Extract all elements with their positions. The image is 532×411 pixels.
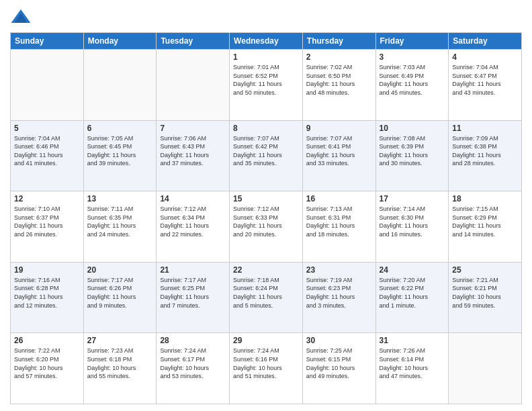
day-info: Sunrise: 7:15 AM Sunset: 6:29 PM Dayligh…: [452, 205, 518, 238]
day-info: Sunrise: 7:04 AM Sunset: 6:46 PM Dayligh…: [14, 134, 80, 168]
day-number: 24: [380, 265, 445, 275]
calendar-table: SundayMondayTuesdayWednesdayThursdayFrid…: [10, 32, 522, 404]
calendar-cell: 6Sunrise: 7:05 AM Sunset: 6:45 PM Daylig…: [83, 120, 157, 191]
day-info: Sunrise: 7:12 AM Sunset: 6:34 PM Dayligh…: [160, 205, 226, 238]
day-info: Sunrise: 7:24 AM Sunset: 6:16 PM Dayligh…: [233, 347, 299, 380]
calendar-cell: 5Sunrise: 7:04 AM Sunset: 6:46 PM Daylig…: [11, 120, 84, 191]
calendar-week-1: 5Sunrise: 7:04 AM Sunset: 6:46 PM Daylig…: [11, 120, 522, 191]
weekday-header-tuesday: Tuesday: [157, 33, 230, 50]
calendar-cell: 29Sunrise: 7:24 AM Sunset: 6:16 PM Dayli…: [230, 333, 303, 404]
day-info: Sunrise: 7:09 AM Sunset: 6:38 PM Dayligh…: [452, 134, 518, 168]
day-number: 7: [160, 124, 226, 133]
day-info: Sunrise: 7:12 AM Sunset: 6:33 PM Dayligh…: [233, 205, 299, 238]
calendar-cell: 16Sunrise: 7:13 AM Sunset: 6:31 PM Dayli…: [302, 191, 375, 263]
calendar-cell: 2Sunrise: 7:02 AM Sunset: 6:50 PM Daylig…: [302, 50, 375, 121]
day-number: 19: [14, 265, 80, 275]
day-number: 27: [87, 336, 153, 345]
day-number: 1: [233, 52, 299, 62]
day-number: 4: [452, 52, 518, 62]
weekday-header-sunday: Sunday: [11, 33, 84, 50]
calendar-cell: 11Sunrise: 7:09 AM Sunset: 6:38 PM Dayli…: [449, 120, 522, 191]
weekday-header-friday: Friday: [375, 33, 449, 50]
day-number: 18: [452, 194, 518, 203]
calendar-week-2: 12Sunrise: 7:10 AM Sunset: 6:37 PM Dayli…: [11, 191, 522, 263]
day-info: Sunrise: 7:06 AM Sunset: 6:43 PM Dayligh…: [160, 134, 226, 168]
weekday-header-wednesday: Wednesday: [230, 33, 303, 50]
calendar-cell: 17Sunrise: 7:14 AM Sunset: 6:30 PM Dayli…: [375, 191, 449, 263]
day-number: 12: [14, 194, 80, 203]
day-number: 5: [14, 124, 80, 133]
weekday-header-row: SundayMondayTuesdayWednesdayThursdayFrid…: [11, 33, 522, 50]
day-number: 30: [306, 336, 372, 345]
calendar-cell: 18Sunrise: 7:15 AM Sunset: 6:29 PM Dayli…: [449, 191, 522, 263]
day-number: 26: [14, 336, 80, 345]
calendar-cell: 26Sunrise: 7:22 AM Sunset: 6:20 PM Dayli…: [11, 333, 84, 404]
calendar-cell: 4Sunrise: 7:04 AM Sunset: 6:47 PM Daylig…: [449, 50, 522, 121]
calendar-cell: 23Sunrise: 7:19 AM Sunset: 6:23 PM Dayli…: [302, 262, 375, 333]
calendar-cell: [157, 50, 230, 121]
calendar-cell: 10Sunrise: 7:08 AM Sunset: 6:39 PM Dayli…: [375, 120, 449, 191]
day-info: Sunrise: 7:25 AM Sunset: 6:15 PM Dayligh…: [306, 347, 372, 380]
day-info: Sunrise: 7:14 AM Sunset: 6:30 PM Dayligh…: [380, 205, 445, 238]
calendar-cell: 25Sunrise: 7:21 AM Sunset: 6:21 PM Dayli…: [449, 262, 522, 333]
calendar-cell: 31Sunrise: 7:26 AM Sunset: 6:14 PM Dayli…: [375, 333, 449, 404]
day-number: 29: [233, 336, 299, 345]
day-number: 9: [306, 124, 372, 133]
day-info: Sunrise: 7:23 AM Sunset: 6:18 PM Dayligh…: [87, 347, 153, 380]
calendar-cell: 14Sunrise: 7:12 AM Sunset: 6:34 PM Dayli…: [157, 191, 230, 263]
calendar-cell: 8Sunrise: 7:07 AM Sunset: 6:42 PM Daylig…: [230, 120, 303, 191]
calendar-cell: [449, 333, 522, 404]
day-info: Sunrise: 7:05 AM Sunset: 6:45 PM Dayligh…: [87, 134, 153, 168]
day-info: Sunrise: 7:04 AM Sunset: 6:47 PM Dayligh…: [452, 63, 518, 97]
day-info: Sunrise: 7:24 AM Sunset: 6:17 PM Dayligh…: [160, 347, 226, 380]
calendar-week-4: 26Sunrise: 7:22 AM Sunset: 6:20 PM Dayli…: [11, 333, 522, 404]
calendar-cell: 12Sunrise: 7:10 AM Sunset: 6:37 PM Dayli…: [11, 191, 84, 263]
calendar-cell: [83, 50, 157, 121]
calendar-cell: 27Sunrise: 7:23 AM Sunset: 6:18 PM Dayli…: [83, 333, 157, 404]
calendar-cell: 22Sunrise: 7:18 AM Sunset: 6:24 PM Dayli…: [230, 262, 303, 333]
day-number: 25: [452, 265, 518, 275]
day-info: Sunrise: 7:22 AM Sunset: 6:20 PM Dayligh…: [14, 347, 80, 380]
day-info: Sunrise: 7:07 AM Sunset: 6:41 PM Dayligh…: [306, 134, 372, 168]
day-number: 14: [160, 194, 226, 203]
calendar-cell: 15Sunrise: 7:12 AM Sunset: 6:33 PM Dayli…: [230, 191, 303, 263]
day-info: Sunrise: 7:21 AM Sunset: 6:21 PM Dayligh…: [452, 276, 518, 310]
calendar-cell: [11, 50, 84, 121]
weekday-header-thursday: Thursday: [302, 33, 375, 50]
day-number: 8: [233, 124, 299, 133]
calendar-week-3: 19Sunrise: 7:16 AM Sunset: 6:28 PM Dayli…: [11, 262, 522, 333]
day-info: Sunrise: 7:03 AM Sunset: 6:49 PM Dayligh…: [380, 63, 445, 97]
calendar-cell: 24Sunrise: 7:20 AM Sunset: 6:22 PM Dayli…: [375, 262, 449, 333]
calendar-cell: 3Sunrise: 7:03 AM Sunset: 6:49 PM Daylig…: [375, 50, 449, 121]
day-number: 10: [380, 124, 445, 133]
logo: [10, 7, 34, 28]
calendar-cell: 13Sunrise: 7:11 AM Sunset: 6:35 PM Dayli…: [83, 191, 157, 263]
day-info: Sunrise: 7:16 AM Sunset: 6:28 PM Dayligh…: [14, 276, 80, 310]
calendar-cell: 21Sunrise: 7:17 AM Sunset: 6:25 PM Dayli…: [157, 262, 230, 333]
day-number: 20: [87, 265, 153, 275]
day-number: 3: [380, 52, 445, 62]
calendar-cell: 9Sunrise: 7:07 AM Sunset: 6:41 PM Daylig…: [302, 120, 375, 191]
day-info: Sunrise: 7:08 AM Sunset: 6:39 PM Dayligh…: [380, 134, 445, 168]
day-info: Sunrise: 7:11 AM Sunset: 6:35 PM Dayligh…: [87, 205, 153, 238]
calendar-cell: 20Sunrise: 7:17 AM Sunset: 6:26 PM Dayli…: [83, 262, 157, 333]
calendar-cell: 30Sunrise: 7:25 AM Sunset: 6:15 PM Dayli…: [302, 333, 375, 404]
day-number: 16: [306, 194, 372, 203]
day-number: 6: [87, 124, 153, 133]
weekday-header-monday: Monday: [83, 33, 157, 50]
day-info: Sunrise: 7:13 AM Sunset: 6:31 PM Dayligh…: [306, 205, 372, 238]
weekday-header-saturday: Saturday: [449, 33, 522, 50]
day-info: Sunrise: 7:26 AM Sunset: 6:14 PM Dayligh…: [380, 347, 445, 380]
day-info: Sunrise: 7:17 AM Sunset: 6:26 PM Dayligh…: [87, 276, 153, 310]
day-info: Sunrise: 7:01 AM Sunset: 6:52 PM Dayligh…: [233, 63, 299, 97]
day-info: Sunrise: 7:10 AM Sunset: 6:37 PM Dayligh…: [14, 205, 80, 238]
calendar-cell: 1Sunrise: 7:01 AM Sunset: 6:52 PM Daylig…: [230, 50, 303, 121]
day-info: Sunrise: 7:07 AM Sunset: 6:42 PM Dayligh…: [233, 134, 299, 168]
day-info: Sunrise: 7:17 AM Sunset: 6:25 PM Dayligh…: [160, 276, 226, 310]
calendar-cell: 19Sunrise: 7:16 AM Sunset: 6:28 PM Dayli…: [11, 262, 84, 333]
day-info: Sunrise: 7:19 AM Sunset: 6:23 PM Dayligh…: [306, 276, 372, 310]
calendar-week-0: 1Sunrise: 7:01 AM Sunset: 6:52 PM Daylig…: [11, 50, 522, 121]
day-number: 21: [160, 265, 226, 275]
day-number: 28: [160, 336, 226, 345]
day-info: Sunrise: 7:20 AM Sunset: 6:22 PM Dayligh…: [380, 276, 445, 310]
